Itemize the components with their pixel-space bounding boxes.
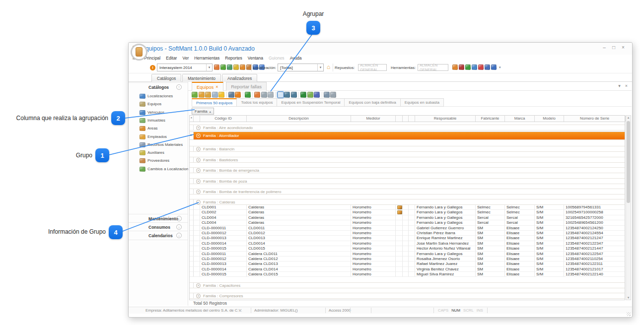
expand-group-icon[interactable]: + [196, 190, 201, 194]
preview-icon[interactable] [324, 92, 330, 98]
menu-item-ver[interactable]: Ver [182, 56, 189, 61]
sidebar-section-catalogos[interactable]: Catálogos↑ [129, 82, 188, 91]
mail-icon[interactable] [240, 65, 245, 70]
collapse-group-icon[interactable]: − [196, 200, 201, 204]
edit-notes-icon[interactable] [307, 92, 313, 98]
users-icon[interactable] [220, 65, 226, 70]
menu-item-ventana[interactable]: Ventana [248, 56, 263, 61]
services-icon[interactable] [465, 65, 471, 70]
group-row-familia-capacitores[interactable]: +Familia : Capacitores [190, 282, 625, 288]
photo-thumbnail-icon[interactable] [397, 205, 402, 209]
copy-icon[interactable] [472, 65, 477, 70]
sidebar-item-equipos[interactable]: Equipos [129, 100, 188, 108]
expand-group-icon[interactable]: + [196, 283, 201, 288]
group-row-familia-bastidores[interactable]: +Familia : Bastidores [190, 157, 625, 163]
table-row[interactable]: CLD-0000011Caldera CLD011HorometroFernan… [190, 252, 625, 257]
menu-item-ayuda[interactable]: Ayuda [290, 56, 302, 61]
table-row[interactable]: CLD-0000013Caldera CLD013HorometroRafael… [190, 261, 625, 266]
column-header-descripcion[interactable]: Descripción [247, 116, 351, 122]
search-icon[interactable] [228, 92, 234, 98]
sidebar-item-areas[interactable]: Areas [129, 125, 188, 132]
export-excel-icon[interactable] [300, 92, 306, 98]
group-row-familia-atornillador[interactable]: ▸+Familia : Atornillador [190, 131, 625, 140]
column-header-blank[interactable] [396, 116, 403, 122]
minimize-button[interactable]: – [601, 45, 607, 50]
group-by-column-button[interactable]: Familia ▴ [192, 108, 214, 115]
doc-tab-reportar-fallas[interactable]: Reportar fallas [226, 82, 267, 91]
column-header-fabricante[interactable]: Fabricante [476, 116, 505, 122]
menu-item-editar[interactable]: Editar [166, 56, 177, 61]
sidebar-section-consumos[interactable]: Consumos↓ [129, 222, 188, 231]
expand-section-icon[interactable]: ↓ [176, 224, 182, 230]
table-row[interactable]: CLD-0000013CLD0013HorometroEnrique Ramir… [190, 236, 625, 241]
refresh-lightning-icon[interactable] [218, 92, 224, 98]
copy-record-icon[interactable] [212, 92, 218, 98]
doc-tab-equipos[interactable]: Equipos× [192, 82, 223, 91]
expand-group-icon[interactable]: + [196, 126, 201, 130]
data-icon[interactable] [205, 92, 211, 98]
table-row[interactable]: CLD-0000015Caldera CLD015HorometroMiguel… [190, 272, 625, 277]
contact-card-icon[interactable] [485, 65, 490, 70]
ribbon-tab-analizadores[interactable]: Analizadores [222, 74, 257, 82]
tools-icon[interactable] [452, 65, 458, 70]
group-row-familia-compresores[interactable]: +Familia : Compresores [190, 293, 625, 299]
sidebar-item-cambios-a-localizaciones[interactable]: Cambios a Localizaciones [129, 165, 188, 173]
print-icon[interactable] [330, 92, 336, 98]
repuestos-field[interactable]: ALMACÉN GENERAL [358, 64, 387, 71]
vertical-scrollbar[interactable]: ▲ ▼ [626, 115, 631, 300]
expand-group-icon[interactable]: + [196, 294, 201, 298]
pin-icon[interactable] [478, 65, 484, 70]
group-row-familia-bomba-de-poza[interactable]: +Familia : Bomba de poza [190, 178, 625, 184]
expand-section-icon[interactable]: ↓ [176, 216, 182, 221]
table-row[interactable]: CLD004CalderasHorometroFernando Lara y G… [190, 215, 625, 220]
sidebar-item-auxiliares[interactable]: Auxiliares [129, 149, 188, 157]
column-header-blank[interactable] [403, 116, 409, 122]
subtab-equipos-en-subasta[interactable]: Equipos en subasta [401, 98, 444, 107]
new-record-icon[interactable] [192, 92, 198, 98]
company-select[interactable]: Interasystem 2014 ▾ [157, 64, 213, 71]
group-row-familia-balancin[interactable]: +Familia : Balancin [190, 146, 625, 152]
subtab-equipos-en-suspension-temporal[interactable]: Equipos en Suspensión Temporal [277, 98, 345, 107]
sidebar-section-calendarios[interactable]: Calendarios↓ [129, 231, 188, 239]
sidebar-item-inmuebles[interactable]: Inmuebles [129, 117, 188, 125]
workstation-icon[interactable] [227, 65, 232, 70]
expand-group-icon[interactable]: + [196, 179, 201, 184]
scrollbar-thumb[interactable] [627, 121, 630, 203]
photo-thumbnail-icon[interactable] [397, 210, 402, 214]
table-row[interactable]: CLD-0000011CLD0011HorometroGabriel Gutie… [190, 226, 625, 231]
clipboard-icon[interactable] [261, 92, 267, 98]
chevron-down-icon[interactable]: ▾ [499, 65, 501, 69]
menu-item-reportes[interactable]: Reportes [225, 56, 242, 61]
collapse-groups-icon[interactable] [291, 92, 297, 98]
column-header-blank[interactable] [409, 116, 415, 122]
sidebar-item-empleados[interactable]: Empleados [129, 133, 188, 141]
column-header-responsable[interactable]: Responsable [415, 116, 476, 122]
group-row-familia-bomba-de-emergencia[interactable]: +Familia : Bomba de emergencia [190, 167, 625, 173]
subtab-todos-los-equipos[interactable]: Todos los equipos [237, 98, 277, 107]
table-row[interactable]: CLD002CalderasHorometroFernando Lara y G… [190, 210, 625, 215]
table-row[interactable]: CLD-0000014Caldera CLD014HorometroVirgin… [190, 267, 625, 272]
ribbon-tab-catalogos[interactable]: Catálogos [151, 74, 181, 82]
sidebar-section-mantenimiento[interactable]: Mantenimiento↓ [129, 214, 188, 222]
expand-group-icon[interactable]: + [196, 168, 201, 173]
column-header-marca[interactable]: Marca [505, 116, 535, 122]
expand-group-icon[interactable]: + [196, 133, 201, 138]
maximize-button[interactable]: □ [611, 45, 617, 50]
group-row-familia-calderas[interactable]: −Familia : Calderas [190, 199, 625, 205]
column-header-blank[interactable] [194, 116, 200, 122]
table-row[interactable]: CLD-0000014CLD0014HorometroJose Martin S… [190, 241, 625, 246]
close-tab-icon[interactable]: × [215, 84, 218, 89]
menu-item-herramientas[interactable]: Herramientas [194, 56, 219, 61]
collapse-section-icon[interactable]: ↑ [176, 84, 182, 90]
close-button[interactable]: × [620, 45, 626, 50]
table-row[interactable]: CLD004CalderasHorometroFernando Lara y G… [190, 220, 625, 225]
table-row[interactable]: CLD001CalderasHorometroFernando Lara y G… [190, 205, 625, 210]
localizacion-select[interactable]: [Todas] ▾ [278, 64, 324, 71]
chevron-down-icon[interactable]: ▾ [206, 64, 212, 71]
modules-icon[interactable] [459, 65, 464, 70]
sidebar-item-recursos-materiales[interactable]: Recursos Materiales [129, 141, 188, 149]
herramientas-field[interactable]: ALMACÉN GENERAL [418, 64, 448, 71]
column-header-codigo-id[interactable]: Código ID [200, 116, 247, 122]
group-by-icon[interactable] [278, 92, 284, 98]
ribbon-tab-mantenimiento[interactable]: Mantenimiento [182, 74, 221, 82]
